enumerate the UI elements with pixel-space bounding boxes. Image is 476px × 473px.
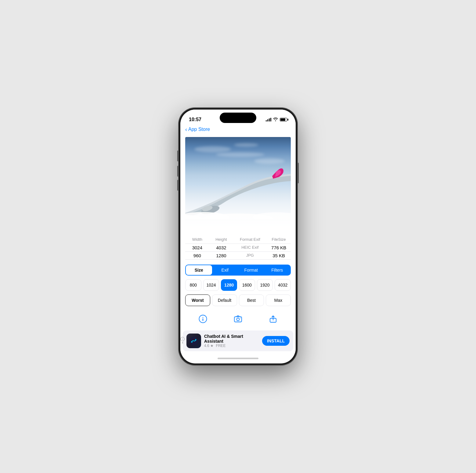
battery-icon [280, 118, 287, 121]
ad-app-icon [186, 334, 201, 348]
table-row: 960 1280 JPG 35 KB [185, 252, 291, 260]
share-button[interactable] [266, 312, 280, 326]
app-content: Width Height Format Exif FileSize 3024 4… [180, 135, 296, 353]
row2-filesize: 35 KB [267, 253, 291, 258]
ad-install-button[interactable]: INSTALL [262, 336, 290, 346]
ad-banner: i × Chatbot AI & Smart Assistant 4.6 [183, 330, 293, 351]
camera-button[interactable] [231, 312, 245, 326]
ad-info-icon: i [180, 337, 185, 341]
ad-close-icon: × [182, 341, 183, 345]
size-1024[interactable]: 1024 [203, 279, 219, 291]
airplane-photo [185, 137, 291, 232]
info-icon [199, 315, 207, 323]
status-time: 10:57 [189, 117, 201, 122]
row2-format: JPG [233, 253, 267, 258]
row1-filesize: 776 KB [267, 245, 291, 250]
col-width-header: Width [185, 237, 209, 242]
action-buttons-row [185, 311, 291, 327]
svg-point-7 [202, 317, 203, 318]
ad-rating: 4.6 [204, 344, 209, 348]
quality-max[interactable]: Max [266, 294, 291, 306]
signal-icon [266, 118, 271, 121]
phone-device: 10:57 [179, 108, 298, 365]
share-icon [269, 315, 277, 323]
svg-rect-9 [234, 317, 242, 322]
dynamic-island [220, 113, 256, 123]
back-label: App Store [188, 127, 210, 132]
quality-options-row: Worst Default Best Max [185, 294, 291, 306]
col-height-header: Height [209, 237, 233, 242]
chevron-left-icon: ‹ [185, 127, 187, 132]
quality-worst[interactable]: Worst [185, 294, 210, 306]
ad-title: Chatbot AI & Smart Assistant [204, 334, 259, 344]
quality-best[interactable]: Best [239, 294, 264, 306]
row2-width: 960 [185, 253, 209, 258]
col-filesize-header: FileSize [267, 237, 291, 242]
row2-height: 1280 [209, 253, 233, 258]
tab-size[interactable]: Size [186, 265, 212, 275]
col-format-header: Format Exif [233, 237, 267, 242]
size-1600[interactable]: 1600 [239, 279, 255, 291]
table-row: 3024 4032 HEIC Exif 776 KB [185, 244, 291, 252]
row1-width: 3024 [185, 245, 209, 250]
chatbot-icon [188, 335, 199, 346]
size-4032[interactable]: 4032 [275, 279, 291, 291]
quality-default[interactable]: Default [212, 294, 237, 306]
info-table: Width Height Format Exif FileSize 3024 4… [185, 235, 291, 260]
camera-icon [234, 315, 242, 323]
size-800[interactable]: 800 [185, 279, 201, 291]
wing-illustration [185, 166, 291, 219]
ad-info: Chatbot AI & Smart Assistant 4.6 ★ FREE [204, 334, 259, 348]
ad-rating-star: ★ [210, 344, 214, 348]
ad-label: i × [180, 337, 185, 345]
tab-exif[interactable]: Exif [212, 265, 238, 275]
ad-price: FREE [216, 344, 225, 348]
back-button[interactable]: ‹ App Store [185, 127, 210, 132]
wifi-icon [273, 117, 278, 122]
row1-format: HEIC Exif [233, 245, 267, 250]
svg-point-14 [191, 341, 193, 343]
size-1920[interactable]: 1920 [257, 279, 273, 291]
svg-point-11 [240, 318, 241, 318]
tab-format[interactable]: Format [238, 265, 264, 275]
info-button[interactable] [196, 312, 210, 326]
svg-point-15 [195, 339, 196, 340]
navigation-bar: ‹ App Store [180, 125, 296, 135]
size-options-row: 800 1024 1280 1600 1920 4032 [185, 279, 291, 291]
status-bar: 10:57 [180, 110, 296, 125]
photo-container [185, 137, 291, 232]
status-icons [266, 117, 287, 122]
table-header: Width Height Format Exif FileSize [185, 235, 291, 244]
tab-control: Size Exif Format Filters [185, 265, 291, 276]
svg-point-10 [236, 318, 239, 321]
home-indicator [180, 353, 296, 363]
phone-screen: 10:57 [180, 110, 296, 363]
ad-subtitle: 4.6 ★ FREE [204, 344, 259, 348]
row1-height: 4032 [209, 245, 233, 250]
size-1280[interactable]: 1280 [221, 279, 237, 291]
svg-rect-8 [202, 319, 203, 321]
tab-filters[interactable]: Filters [264, 265, 290, 275]
